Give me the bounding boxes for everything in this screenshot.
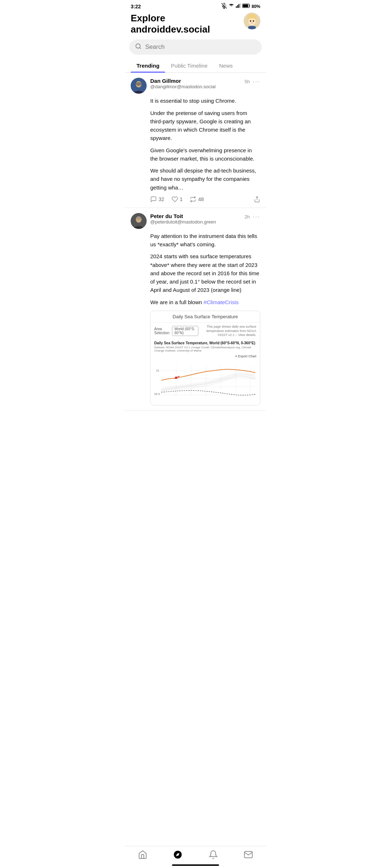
post-time-area: 2h ··· (245, 213, 260, 221)
chart-container: Daily Sea Surface Temperature Area Selec… (150, 311, 260, 405)
status-time: 3:22 (131, 4, 141, 9)
svg-point-14 (253, 20, 254, 22)
wifi-icon (228, 3, 234, 10)
svg-rect-9 (243, 4, 248, 7)
export-row: ≡ Export Chart (151, 354, 260, 359)
post-avatar[interactable] (131, 78, 147, 94)
post-header: Dan Gillmor @dangillmor@mastodon.social … (131, 78, 260, 94)
post-item: Peter du Toit @peterdutoit@mastodon.gree… (125, 208, 266, 411)
svg-point-12 (248, 17, 256, 25)
post-author: Dan Gillmor (150, 78, 241, 84)
post-paragraph: Given Google's overwhelming presence in … (150, 146, 260, 163)
post-paragraph: Under the pretense of saving users from … (150, 109, 260, 142)
post-more-button[interactable]: ··· (253, 213, 260, 221)
tab-public-timeline[interactable]: Public Timeline (165, 59, 213, 72)
tab-trending[interactable]: Trending (131, 59, 165, 72)
svg-rect-8 (249, 5, 250, 7)
post-author: Peter du Toit (150, 213, 241, 219)
svg-rect-5 (239, 4, 239, 8)
battery-icon (242, 3, 250, 9)
area-selection-label: Area Selection: (154, 327, 172, 335)
share-button[interactable] (254, 196, 260, 203)
tab-news[interactable]: News (213, 59, 239, 72)
svg-line-16 (139, 48, 140, 49)
svg-text:21: 21 (156, 369, 159, 372)
svg-point-13 (250, 20, 251, 22)
post-time: 2h (245, 214, 250, 220)
svg-text:20.5: 20.5 (154, 392, 160, 396)
status-icons: 80% (221, 3, 260, 10)
post-paragraph: We are in a full blown #ClimateCrisis (150, 298, 260, 306)
svg-point-19 (136, 82, 142, 86)
search-bar[interactable] (129, 39, 262, 55)
post-body: It is essential to stop using Chrome. Un… (150, 97, 260, 192)
post-time-area: 5h ··· (245, 78, 260, 85)
like-button[interactable]: 1 (172, 196, 183, 203)
chart-svg-area: 21 20.5 (151, 359, 260, 405)
svg-rect-6 (240, 3, 240, 8)
post-handle: @dangillmor@mastodon.social (150, 84, 241, 89)
chart-controls: Area Selection: World (60°S-60°N) This p… (151, 323, 260, 340)
tab-bar: Trending Public Timeline News (125, 59, 266, 73)
svg-rect-3 (236, 6, 237, 8)
svg-rect-4 (237, 5, 238, 8)
svg-point-15 (136, 44, 140, 48)
boost-count: 48 (198, 196, 204, 202)
chart-note: This page shows daily sea surface temper… (198, 325, 256, 337)
reply-count: 32 (159, 196, 164, 202)
reply-button[interactable]: 32 (150, 196, 164, 203)
export-chart-button[interactable]: ≡ Export Chart (235, 354, 256, 358)
post-handle: @peterdutoit@mastodon.green (150, 219, 241, 225)
post-paragraph: Pay attention to the instrument data thi… (150, 232, 260, 249)
chart-title: Daily Sea Surface Temperature (151, 311, 260, 323)
mute-icon (221, 3, 227, 10)
user-avatar[interactable] (244, 13, 260, 29)
post-actions: 32 1 48 (150, 196, 260, 203)
hashtag-link[interactable]: #ClimateCrisis (203, 299, 239, 305)
battery-percent: 80% (252, 4, 260, 9)
search-input[interactable] (145, 43, 256, 51)
post-meta: Peter du Toit @peterdutoit@mastodon.gree… (150, 213, 241, 225)
post-paragraph: It is essential to stop using Chrome. (150, 97, 260, 105)
post-header: Peter du Toit @peterdutoit@mastodon.gree… (131, 213, 260, 229)
post-time: 5h (245, 79, 250, 84)
search-icon (135, 43, 142, 51)
world-badge[interactable]: World (60°S-60°N) (172, 326, 198, 336)
post-body: Pay attention to the instrument data thi… (150, 232, 260, 306)
chart-subtext: Dataset: NOAA OISST V2.1 | Image Credit:… (151, 346, 260, 354)
chart-header: Daily Sea Surface Temperature, World (60… (151, 340, 260, 346)
post-avatar[interactable] (131, 213, 147, 229)
status-bar: 3:22 (125, 0, 266, 11)
boost-button[interactable]: 48 (190, 196, 204, 203)
post-more-button[interactable]: ··· (253, 78, 260, 85)
page-header: Explore androiddev.social (125, 11, 266, 39)
post-meta: Dan Gillmor @dangillmor@mastodon.social (150, 78, 241, 89)
like-count: 1 (180, 196, 183, 202)
post-item: Dan Gillmor @dangillmor@mastodon.social … (125, 73, 266, 208)
page-title: Explore androiddev.social (131, 13, 244, 35)
svg-point-23 (136, 217, 142, 220)
signal-icon (236, 3, 241, 9)
post-paragraph: We should all despise the ad-tech busine… (150, 166, 260, 192)
post-paragraph: 2024 starts with sea surface temperature… (150, 252, 260, 294)
